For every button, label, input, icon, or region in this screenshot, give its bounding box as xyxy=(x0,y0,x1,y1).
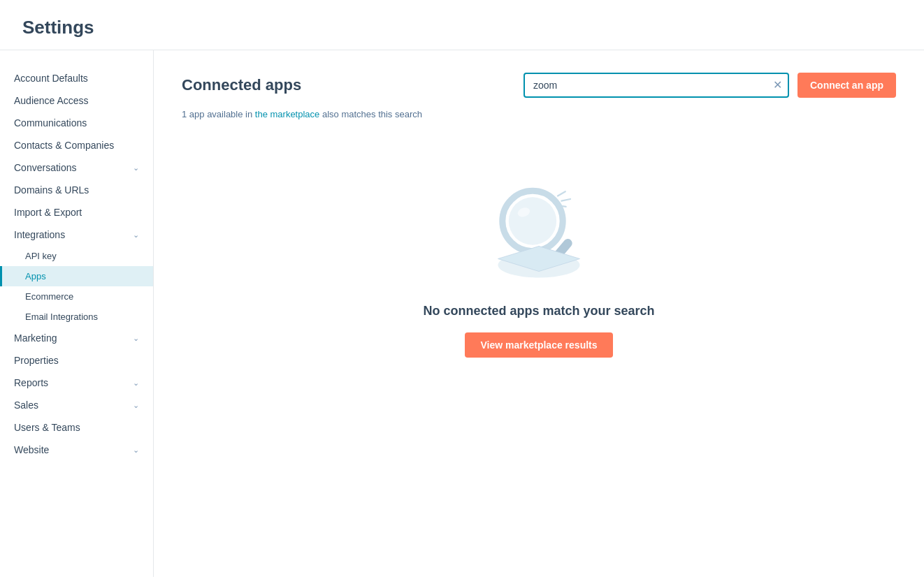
chevron-down-icon: ⌄ xyxy=(133,230,139,240)
sidebar-sub-item-email-integrations[interactable]: Email Integrations xyxy=(0,307,153,327)
sidebar-item-audience-access[interactable]: Audience Access xyxy=(0,89,153,112)
sidebar-item-account-defaults[interactable]: Account Defaults xyxy=(0,67,153,89)
sidebar-item-marketing[interactable]: Marketing ⌄ xyxy=(0,327,153,349)
page-title: Settings xyxy=(22,17,902,38)
marketplace-hint: 1 app available in the marketplace also … xyxy=(182,109,896,119)
main-content: Connected apps ✕ Connect an app 1 app av… xyxy=(154,50,924,577)
sidebar-item-contacts-companies[interactable]: Contacts & Companies xyxy=(0,134,153,156)
svg-line-6 xyxy=(561,199,570,201)
search-wrapper: ✕ xyxy=(524,73,789,98)
empty-state: No connected apps match your search View… xyxy=(182,147,896,358)
sidebar-item-reports[interactable]: Reports ⌄ xyxy=(0,372,153,394)
chevron-down-icon: ⌄ xyxy=(133,446,139,455)
sidebar: Account Defaults Audience Access Communi… xyxy=(0,50,154,577)
sidebar-sub-item-api-key[interactable]: API key xyxy=(0,246,153,266)
search-area: ✕ Connect an app xyxy=(524,73,896,98)
chevron-down-icon: ⌄ xyxy=(133,163,139,173)
sidebar-item-domains-urls[interactable]: Domains & URLs xyxy=(0,179,153,201)
view-marketplace-button[interactable]: View marketplace results xyxy=(465,332,612,358)
empty-state-title: No connected apps match your search xyxy=(423,304,654,318)
svg-point-3 xyxy=(509,197,556,244)
section-title: Connected apps xyxy=(182,76,301,94)
sidebar-sub-item-ecommerce[interactable]: Ecommerce xyxy=(0,286,153,307)
chevron-down-icon: ⌄ xyxy=(133,401,139,410)
chevron-down-icon: ⌄ xyxy=(133,379,139,388)
sidebar-item-import-export[interactable]: Import & Export xyxy=(0,201,153,223)
sidebar-item-properties[interactable]: Properties xyxy=(0,349,153,372)
connect-app-button[interactable]: Connect an app xyxy=(797,73,896,98)
sidebar-item-website[interactable]: Website ⌄ xyxy=(0,439,153,461)
content-header: Connected apps ✕ Connect an app xyxy=(182,73,896,98)
marketplace-link[interactable]: the marketplace xyxy=(255,109,320,119)
search-input[interactable] xyxy=(524,73,789,98)
sidebar-item-integrations[interactable]: Integrations ⌄ xyxy=(0,223,153,246)
svg-line-5 xyxy=(558,191,565,196)
search-clear-button[interactable]: ✕ xyxy=(773,80,782,91)
sidebar-item-sales[interactable]: Sales ⌄ xyxy=(0,394,153,416)
sidebar-sub-item-apps[interactable]: Apps xyxy=(0,266,153,286)
sidebar-item-communications[interactable]: Communications xyxy=(0,112,153,134)
sidebar-item-users-teams[interactable]: Users & Teams xyxy=(0,416,153,439)
sidebar-item-conversations[interactable]: Conversations ⌄ xyxy=(0,156,153,179)
chevron-down-icon: ⌄ xyxy=(133,334,139,343)
no-results-illustration xyxy=(476,161,602,287)
